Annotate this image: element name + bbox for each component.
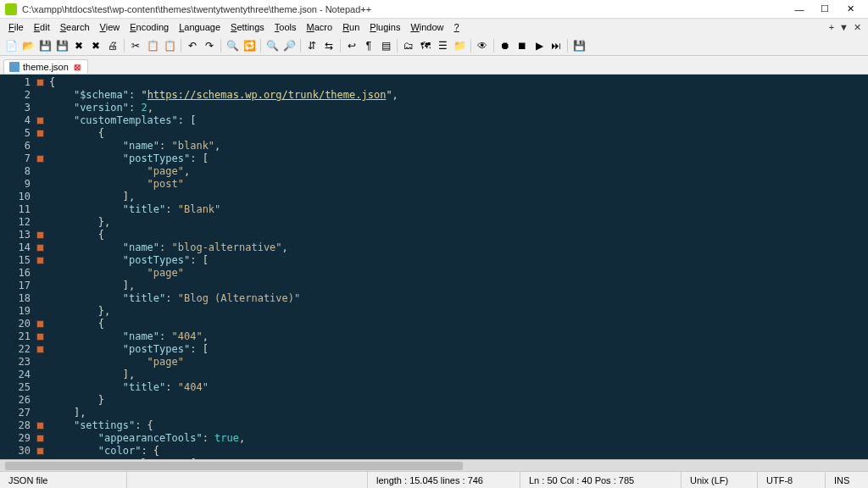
code-line[interactable]: ], xyxy=(49,191,868,203)
menu-window[interactable]: Window xyxy=(405,20,448,34)
fold-marker[interactable] xyxy=(34,394,46,407)
code-line[interactable]: }, xyxy=(49,305,868,318)
fold-marker[interactable] xyxy=(34,178,46,191)
fold-marker[interactable] xyxy=(34,254,46,267)
toolbar-lang-icon[interactable]: 🗂 xyxy=(401,38,416,53)
toolbar-undo-icon[interactable]: ↶ xyxy=(185,38,200,53)
toolbar-monitor-icon[interactable]: 👁 xyxy=(475,38,490,53)
toolbar-play-icon[interactable]: ▶ xyxy=(531,38,547,53)
fold-marker[interactable] xyxy=(34,419,46,432)
toolbar-indent-guide-icon[interactable]: ▤ xyxy=(378,38,393,53)
fold-marker[interactable] xyxy=(34,152,46,165)
code-line[interactable]: ], xyxy=(49,407,868,419)
toolbar-redo-icon[interactable]: ↷ xyxy=(202,38,217,53)
extra-plus-icon[interactable]: + xyxy=(829,22,834,33)
code-line[interactable]: "appearanceTools": true, xyxy=(49,432,868,445)
toolbar-paste-icon[interactable]: 📋 xyxy=(162,38,177,53)
toolbar-doc-map-icon[interactable]: 🗺 xyxy=(418,38,433,53)
code-line[interactable]: "page" xyxy=(49,356,868,369)
code-line[interactable]: "title": "Blank" xyxy=(49,203,868,216)
fold-marker[interactable] xyxy=(34,381,46,394)
close-button[interactable]: ✕ xyxy=(837,1,863,18)
toolbar-func-list-icon[interactable]: ☰ xyxy=(435,38,450,53)
status-eol[interactable]: Unix (LF) xyxy=(682,472,758,488)
fold-marker[interactable] xyxy=(34,292,46,305)
code-line[interactable]: { xyxy=(49,229,868,241)
menu-run[interactable]: Run xyxy=(337,20,364,34)
toolbar-zoom-out-icon[interactable]: 🔎 xyxy=(281,38,297,53)
toolbar-folder-icon[interactable]: 📁 xyxy=(452,38,467,53)
fold-marker[interactable] xyxy=(34,343,46,356)
menu-file[interactable]: File xyxy=(3,20,29,34)
fold-marker[interactable] xyxy=(34,407,46,419)
minimize-button[interactable]: ― xyxy=(787,1,812,18)
toolbar-new-icon[interactable]: 📄 xyxy=(3,38,19,53)
code-line[interactable]: "name": "blog-alternative", xyxy=(49,241,868,254)
toolbar-close-all-icon[interactable]: ✖ xyxy=(88,38,103,53)
code-line[interactable]: "page", xyxy=(49,165,868,178)
status-insert-mode[interactable]: INS xyxy=(826,472,868,488)
toolbar-zoom-in-icon[interactable]: 🔍 xyxy=(264,38,280,53)
toolbar-all-chars-icon[interactable]: ¶ xyxy=(361,38,376,53)
fold-marker[interactable] xyxy=(34,140,46,152)
toolbar-copy-icon[interactable]: 📋 xyxy=(145,38,160,53)
fold-marker[interactable] xyxy=(34,305,46,318)
editor[interactable]: 1234567891011121314151617181920212223242… xyxy=(0,75,868,459)
code-line[interactable]: "settings": { xyxy=(49,419,868,432)
extra-close-icon[interactable]: ✕ xyxy=(854,22,861,33)
code-line[interactable]: }, xyxy=(49,216,868,229)
fold-marker[interactable] xyxy=(34,89,46,102)
code-line[interactable]: "color": { xyxy=(49,445,868,458)
fold-marker[interactable] xyxy=(34,330,46,343)
fold-marker[interactable] xyxy=(34,432,46,445)
extra-down-icon[interactable]: ▼ xyxy=(839,22,849,33)
fold-marker[interactable] xyxy=(34,369,46,381)
fold-marker[interactable] xyxy=(34,114,46,127)
code-line[interactable]: "page" xyxy=(49,267,868,280)
code-line[interactable]: "name": "404", xyxy=(49,330,868,343)
code-line[interactable]: "name": "blank", xyxy=(49,140,868,152)
toolbar-print-icon[interactable]: 🖨 xyxy=(105,38,120,53)
menu-macro[interactable]: Macro xyxy=(302,20,338,34)
toolbar-save-icon[interactable]: 💾 xyxy=(37,38,53,53)
code-line[interactable]: "version": 2, xyxy=(49,102,868,114)
fold-marker[interactable] xyxy=(34,267,46,280)
code-area[interactable]: { "$schema": "https://schemas.wp.org/tru… xyxy=(46,75,868,459)
tab-close-icon[interactable]: ⊠ xyxy=(72,63,82,72)
toolbar-sync-h-icon[interactable]: ⇆ xyxy=(321,38,337,53)
toolbar-record-icon[interactable]: ⏺ xyxy=(498,38,513,53)
menu-plugins[interactable]: Plugins xyxy=(364,20,405,34)
toolbar-replace-icon[interactable]: 🔁 xyxy=(242,38,257,53)
toolbar-sync-v-icon[interactable]: ⇵ xyxy=(304,38,320,53)
fold-marker[interactable] xyxy=(34,445,46,458)
fold-column[interactable] xyxy=(34,75,46,459)
code-line[interactable]: "title": "Blog (Alternative)" xyxy=(49,292,868,305)
fold-marker[interactable] xyxy=(34,280,46,292)
code-line[interactable]: ], xyxy=(49,280,868,292)
toolbar-cut-icon[interactable]: ✂ xyxy=(128,38,143,53)
toolbar-open-icon[interactable]: 📂 xyxy=(20,38,36,53)
scrollbar-thumb[interactable] xyxy=(5,462,463,470)
code-line[interactable]: "postTypes": [ xyxy=(49,343,868,356)
code-line[interactable]: "postTypes": [ xyxy=(49,152,868,165)
menu-settings[interactable]: Settings xyxy=(225,20,270,34)
toolbar-play-multi-icon[interactable]: ⏭ xyxy=(548,38,564,53)
menu-search[interactable]: Search xyxy=(55,20,95,34)
maximize-button[interactable]: ☐ xyxy=(812,1,837,18)
code-line[interactable]: { xyxy=(49,318,868,330)
menu-edit[interactable]: Edit xyxy=(29,20,55,34)
code-line[interactable]: "customTemplates": [ xyxy=(49,114,868,127)
code-line[interactable]: { xyxy=(49,127,868,140)
fold-marker[interactable] xyxy=(34,127,46,140)
fold-marker[interactable] xyxy=(34,356,46,369)
code-line[interactable]: ], xyxy=(49,369,868,381)
code-line[interactable]: } xyxy=(49,394,868,407)
code-line[interactable]: "post" xyxy=(49,178,868,191)
horizontal-scrollbar[interactable] xyxy=(0,459,868,471)
fold-marker[interactable] xyxy=(34,102,46,114)
fold-marker[interactable] xyxy=(34,318,46,330)
toolbar-find-icon[interactable]: 🔍 xyxy=(225,38,240,53)
fold-marker[interactable] xyxy=(34,229,46,241)
code-line[interactable]: "postTypes": [ xyxy=(49,254,868,267)
fold-marker[interactable] xyxy=(34,203,46,216)
